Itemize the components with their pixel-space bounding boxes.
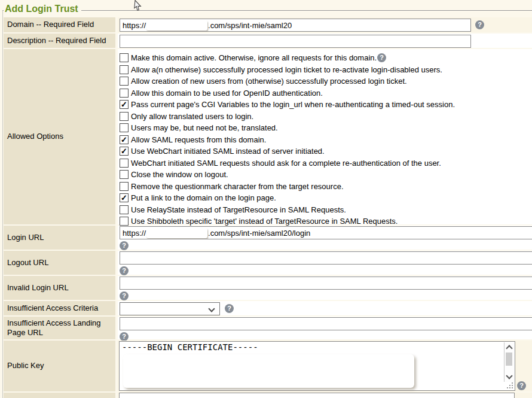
help-icon[interactable]: ? [120,332,129,341]
checkbox-label: Remove the questionmark character from t… [131,182,344,191]
partial-row-cell [118,393,532,398]
checkbox[interactable] [120,89,129,98]
insufficient-access-criteria-cell: ? [118,301,532,315]
partial-row [4,393,532,398]
checkbox-label: Use Shibboleth specific 'target' instead… [131,217,398,226]
login-trust-form: Domain -- Required Field https://.com/sp… [4,17,532,398]
allowed-option-line: WebChart initiated SAML requests should … [120,157,532,169]
insufficient-access-criteria-select[interactable] [120,302,220,315]
field-label-allowed-options: Allowed Options [4,49,115,224]
domain-input[interactable]: https://.com/sps/int-mie/saml20 [120,19,471,32]
help-icon[interactable]: ? [517,381,526,390]
checkbox-label: Allow a(n otherwise) successfully proces… [131,65,442,74]
help-icon[interactable]: ? [225,304,234,313]
insufficient-access-criteria-row: Insufficient Access Criteria ? [4,301,532,315]
allowed-option-line: ✓ Allow SAML requests from this domain. … [120,134,532,146]
logout-url-cell: ? [118,251,532,275]
scrollbar-down-icon[interactable] [506,372,512,379]
allowed-option-line: Make this domain active. Otherwise, igno… [120,52,532,64]
help-icon[interactable]: ? [120,266,129,275]
domain-value-prefix: https:// [123,21,146,30]
field-label-invalid-login-url: Invalid Login URL [4,276,115,300]
public-key-value: -----BEGIN CERTIFICATE----- [120,342,515,353]
description-cell [118,34,532,48]
checkbox[interactable] [120,112,129,121]
field-label-insufficient-access-landing: Insufficient Access Landing Page URL [4,317,115,339]
cursor-icon [132,0,142,13]
allowed-option-line: ✓ Put a link to the domain on the login … [120,192,532,204]
partial-row-label [4,393,115,398]
allowed-option-line: Users may be, but need not be, translate… [120,122,532,134]
domain-cell: https://.com/sps/int-mie/saml20 ? [118,17,532,32]
login-url-row: Login URL https://.com/sps/int-mie/saml2… [4,226,532,250]
checkbox-label: Pass current page's CGI Variables to the… [131,100,455,109]
checkbox-label: Close the window on logout. [131,170,228,179]
allowed-option-line: ✓ Use WebChart initiated SAML instead of… [120,145,532,157]
checkbox[interactable] [120,170,129,179]
allowed-options-cell: Make this domain active. Otherwise, igno… [118,49,532,224]
field-label-public-key: Public Key [4,341,115,391]
checkbox-label: Use RelayState instead of TargetResource… [131,205,346,214]
checkbox-label: Allow SAML requests from this domain. [131,135,266,144]
scrollbar-up-icon[interactable] [506,345,512,351]
insufficient-access-landing-input[interactable] [120,317,532,330]
checkbox[interactable] [120,159,129,168]
field-label-domain: Domain -- Required Field [4,17,115,32]
help-icon[interactable]: ? [120,291,129,300]
checkbox[interactable] [120,65,129,74]
allowed-option-line: Only allow translated users to login. ? [120,111,532,123]
invalid-login-url-input[interactable] [120,277,532,290]
login-url-suffix: .com/sps/int-mie/saml20/login [208,229,310,238]
chevron-down-icon [208,305,215,312]
help-icon[interactable]: ? [377,53,386,62]
checkbox[interactable]: ✓ [120,100,129,109]
checkbox-label: WebChart initiated SAML requests should … [131,159,441,168]
domain-row: Domain -- Required Field https://.com/sp… [4,17,532,32]
domain-value-suffix: .com/sps/int-mie/saml20 [208,21,292,30]
checkbox[interactable]: ✓ [120,193,129,202]
allowed-option-line: Use RelayState instead of TargetResource… [120,204,532,216]
redaction-box [146,228,207,238]
description-input[interactable] [120,35,471,48]
checkbox[interactable] [120,205,129,214]
insufficient-access-landing-row: Insufficient Access Landing Page URL ? [4,317,532,339]
checkbox[interactable] [120,53,129,62]
scrollbar[interactable] [504,342,514,382]
checkbox[interactable] [120,77,129,86]
resize-grip-icon[interactable] [506,382,513,389]
checkbox[interactable] [120,217,129,226]
field-label-login-url: Login URL [4,226,115,250]
checkbox-label: Allow creation of new users from (otherw… [131,77,407,86]
redaction-box [146,20,207,31]
field-label-insufficient-access-criteria: Insufficient Access Criteria [4,301,115,315]
help-icon[interactable]: ? [120,241,129,250]
help-icon[interactable]: ? [475,20,484,29]
allowed-option-line: ✓ Pass current page's CGI Variables to t… [120,99,532,111]
login-url-prefix: https:// [123,229,146,238]
public-key-row: Public Key -----BEGIN CERTIFICATE----- ? [4,341,532,391]
login-url-cell: https://.com/sps/int-mie/saml20/login ? [118,226,532,250]
allowed-option-line: Allow a(n otherwise) successfully proces… [120,64,532,76]
allowed-options-list: Make this domain active. Otherwise, igno… [118,49,532,227]
redaction-box [123,354,414,388]
allowed-options-row: Allowed Options Make this domain active.… [4,49,532,224]
page-title: Add Login Trust [4,4,81,14]
public-key-textarea[interactable]: -----BEGIN CERTIFICATE----- [119,341,515,391]
scrollbar-thumb[interactable] [506,353,512,366]
checkbox[interactable]: ✓ [120,135,129,144]
invalid-login-url-cell: ? [118,276,532,300]
logout-url-input[interactable] [120,251,532,265]
checkbox[interactable] [120,123,129,132]
field-label-logout-url: Logout URL [4,251,115,275]
checkbox-label: Use WebChart initiated SAML instead of s… [131,147,325,156]
allowed-option-line: Close the window on logout. ? [120,169,532,181]
logout-url-row: Logout URL ? [4,251,532,275]
login-url-input[interactable]: https://.com/sps/int-mie/saml20/login [120,226,532,239]
invalid-login-url-row: Invalid Login URL ? [4,276,532,300]
checkbox-label: Make this domain active. Otherwise, igno… [131,53,377,62]
description-row: Description -- Required Field [4,34,532,48]
checkbox[interactable]: ✓ [120,147,129,156]
checkbox-label: Put a link to the domain on the login pa… [131,193,276,202]
checkbox[interactable] [120,182,129,191]
partial-input[interactable] [119,393,515,398]
